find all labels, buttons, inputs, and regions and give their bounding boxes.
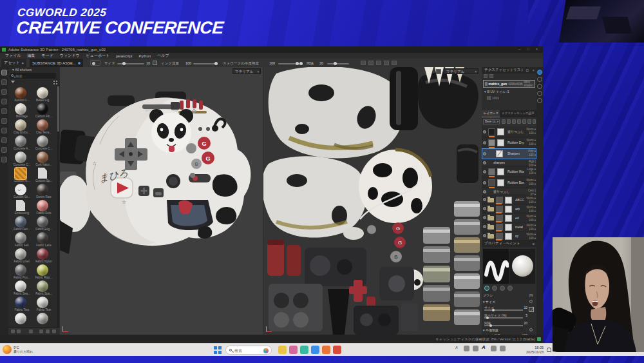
add-mask-icon[interactable] [517, 119, 521, 124]
menu-item-4[interactable]: ビューポート [83, 53, 113, 59]
notification-bell-icon[interactable] [547, 348, 551, 352]
explorer-icon[interactable] [278, 346, 287, 354]
layer-blend-opacity[interactable]: Pthr ▾100 ▾ [528, 150, 536, 157]
close-icon[interactable]: × [22, 61, 24, 65]
menu-item-2[interactable]: モード [39, 53, 57, 59]
ime-ja-icon[interactable]: A [482, 344, 488, 350]
viewer-settings-icon[interactable] [537, 98, 542, 103]
viewport2d-material-dropdown[interactable]: マテリアル [444, 68, 478, 74]
chevron-up-icon[interactable]: ∧ [455, 345, 460, 351]
material-picker-tool-icon[interactable] [1, 128, 7, 133]
material-item[interactable]: Concrete C... [11, 151, 33, 167]
layer-blend-opacity[interactable]: Norm ▾100 ▾ [526, 139, 536, 146]
eye-icon[interactable] [483, 181, 486, 184]
folder-icon[interactable] [46, 329, 50, 333]
spacing-slider[interactable] [327, 63, 349, 64]
add-folder-icon[interactable] [527, 119, 531, 124]
projection-tool-icon[interactable] [500, 286, 505, 291]
tab-layers[interactable]: レイヤー × [482, 110, 500, 117]
gear-icon[interactable] [529, 328, 533, 331]
add-paint-layer-icon[interactable] [502, 119, 506, 124]
material-item[interactable] [33, 312, 55, 328]
uv-view-mode-icon[interactable] [436, 69, 441, 74]
add-fill-layer-icon[interactable] [507, 119, 511, 124]
layer-blend-opacity[interactable]: Norm ▾100 ▾ [526, 233, 536, 240]
material-item[interactable]: Denim Raw [33, 183, 55, 199]
add-asset-icon[interactable] [52, 329, 56, 333]
eye-icon[interactable] [483, 152, 486, 155]
falloff-icon[interactable] [384, 61, 389, 65]
weather-widget[interactable]: 9°C 曇りのち晴れ [3, 345, 33, 354]
polygon-fill-tool-icon[interactable] [1, 99, 7, 104]
smudge-tool-icon[interactable] [1, 108, 7, 114]
window-controls[interactable]: – □ × [518, 47, 540, 51]
material-item[interactable]: Cork Natur... [33, 151, 55, 167]
onedrive-icon[interactable] [464, 346, 469, 351]
geometry-mask-tool-icon[interactable] [1, 157, 7, 162]
size-section-header[interactable]: ▾ サイズ [483, 300, 534, 304]
material-item[interactable]: Fabric Den... [11, 215, 33, 231]
close-icon[interactable]: × [497, 112, 498, 115]
material-item[interactable]: Fabric Nylon [33, 248, 55, 264]
layer-row-4[interactable]: Rubber BaseNorm ▾100 ▾ [482, 177, 536, 188]
material-item[interactable]: Fabric Spa... [33, 280, 55, 296]
thumb-view-icon[interactable] [17, 329, 21, 333]
material-item[interactable]: Concrete A... [11, 135, 33, 151]
material-item[interactable]: Autumn L... [11, 86, 33, 103]
pressure-toggle[interactable] [529, 307, 534, 312]
layer-blend-opacity[interactable]: Norm ▾100 ▾ [526, 206, 536, 213]
app-teal-icon[interactable] [300, 346, 308, 354]
firefox-icon[interactable] [322, 346, 330, 354]
grid-view-icon[interactable] [53, 81, 57, 84]
eraser-tool-icon[interactable] [492, 286, 497, 291]
path-tool-icon[interactable] [1, 147, 7, 153]
menu-item-0[interactable]: ファイル [2, 53, 24, 59]
brush-shape-value[interactable]: 円 [529, 293, 533, 297]
material-item[interactable]: Fabric Tarp [11, 296, 33, 312]
filter-icon[interactable] [11, 81, 15, 83]
prop-min-size-slider[interactable] [484, 317, 523, 319]
paint-brush-tool-icon[interactable] [1, 70, 7, 75]
material-item[interactable]: Embossing [11, 199, 33, 215]
material-item[interactable]: Fabric Linen [11, 248, 33, 264]
flow-slider[interactable] [193, 63, 218, 64]
add-smart-material-icon[interactable] [522, 119, 526, 124]
dock-icon[interactable]: ⊡ [526, 68, 529, 72]
material-item[interactable]: Fabric Tear [33, 296, 55, 312]
layer-blend-opacity[interactable]: Norm ▾100 ▾ [526, 179, 536, 186]
material-item[interactable]: Fabric Sea... [11, 280, 33, 296]
menu-item-7[interactable]: ヘルプ [154, 53, 172, 59]
camera-settings-icon[interactable] [537, 84, 542, 89]
eye-icon[interactable] [483, 225, 486, 228]
add-effect-icon[interactable] [512, 119, 516, 124]
layer-row-7[interactable]: edNorm ▾100 ▾ [482, 213, 536, 222]
menu-item-5[interactable]: javascript [113, 54, 135, 58]
eye-icon[interactable] [483, 130, 486, 133]
start-button[interactable] [214, 346, 222, 354]
size-slider[interactable] [117, 63, 144, 64]
tab-assets[interactable]: アセット × [1, 59, 26, 67]
pressure-checkbox[interactable] [153, 61, 157, 65]
layer-blend-opacity[interactable]: Norm ▾100 ▾ [526, 224, 536, 231]
ts-filter-icon-2[interactable] [489, 74, 493, 78]
layer-row-1[interactable]: Rubber DryNorm ▾100 ▾ [482, 137, 536, 148]
app-pink-icon[interactable] [289, 346, 298, 354]
gear-icon[interactable] [529, 300, 533, 303]
tab-shelf[interactable]: SUBSTANCE 3D ASSE... [30, 59, 83, 67]
copilot-icon[interactable] [263, 348, 269, 353]
material-item[interactable]: Custom N... [11, 167, 33, 183]
layer-row-3[interactable]: Rubber WornLdge ▾100 ▾ [482, 166, 536, 177]
taskbar-search[interactable] [225, 346, 272, 355]
layer-row-6[interactable]: arbNorm ▾100 ▾ [482, 204, 536, 213]
layer-row-0[interactable]: 塗りつぶしレイヤー 4Norm ▾100 ▾ [482, 126, 536, 137]
layer-blend-opacity[interactable]: Norm ▾100 ▾ [526, 197, 536, 204]
layer-blend-opacity[interactable]: Norm ▾100 ▾ [526, 128, 536, 135]
prop-spacing-slider[interactable] [484, 325, 523, 326]
eye-icon[interactable] [483, 141, 486, 144]
brush-preset-dropdown[interactable] [90, 60, 100, 66]
bluetooth-icon[interactable] [473, 346, 478, 351]
material-item[interactable]: Clay Embo... [11, 119, 33, 135]
material-item[interactable]: Fabric Edg... [33, 215, 55, 231]
layer-blend-opacity[interactable]: Ldge ▾100 ▾ [527, 168, 536, 175]
delete-layer-icon[interactable] [533, 119, 536, 124]
